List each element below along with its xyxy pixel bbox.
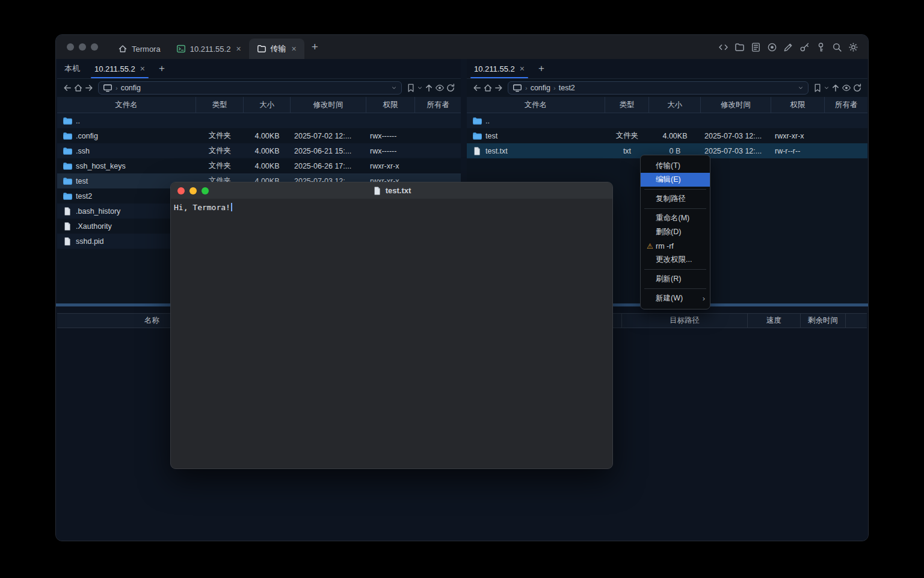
context-menu-item[interactable]: 复制路径 <box>641 192 710 206</box>
column-header[interactable]: 修改时间 <box>291 97 366 113</box>
transfer-column-spacer <box>846 314 867 328</box>
path-segment[interactable]: config <box>531 84 550 92</box>
file-perm-cell: rwxr-xr-x <box>771 132 825 140</box>
editor-content[interactable]: Hi, Termora! <box>171 199 612 468</box>
forward-button[interactable] <box>84 83 94 93</box>
right-panel-toolbar: ›config›test2 <box>467 79 867 97</box>
path-bar[interactable]: ›config <box>98 81 402 95</box>
titlebar: Termora10.211.55.2×传输× + <box>56 35 868 59</box>
bookmark-button[interactable] <box>406 83 416 93</box>
parent-directory-button[interactable] <box>424 83 434 93</box>
path-segment[interactable]: config <box>121 84 141 92</box>
refresh-button[interactable] <box>852 83 862 93</box>
right-panel-tab-bar: 10.211.55.2×+ <box>467 59 867 79</box>
tab-label: 10.211.55.2 <box>190 45 231 54</box>
parent-directory-button[interactable] <box>831 83 840 93</box>
close-icon[interactable]: × <box>292 45 297 53</box>
folder-outline-icon[interactable] <box>735 42 745 52</box>
minimize-window-button[interactable] <box>79 43 86 51</box>
column-header[interactable]: 权限 <box>366 97 415 113</box>
path-dropdown-icon[interactable] <box>798 85 804 91</box>
column-header[interactable]: 类型 <box>196 97 244 113</box>
column-header[interactable]: 文件名 <box>57 97 196 113</box>
panel-tab-本机[interactable]: 本机 <box>57 59 87 78</box>
menu-item-label: rm -rf <box>656 242 710 250</box>
column-header[interactable]: 所有者 <box>415 97 461 113</box>
context-menu-item[interactable]: 传输(T) <box>641 159 710 173</box>
file-name-cell: test.txt <box>467 146 605 156</box>
file-name-cell: ssh_host_keys <box>57 161 196 171</box>
close-icon[interactable]: × <box>236 45 241 53</box>
code-icon[interactable] <box>718 42 728 52</box>
titlebar-actions <box>718 42 858 52</box>
breadcrumb-separator: › <box>553 84 556 92</box>
close-window-button[interactable] <box>67 43 74 51</box>
back-button[interactable] <box>63 83 72 93</box>
transfer-column-header[interactable]: 目标路径 <box>622 314 748 328</box>
context-menu-item[interactable]: ⚠rm -rf <box>641 239 710 253</box>
chevron-down-icon[interactable] <box>824 85 830 91</box>
column-header[interactable]: 大小 <box>244 97 291 113</box>
file-row-..[interactable]: .. <box>57 113 461 128</box>
close-icon[interactable]: × <box>140 64 145 73</box>
file-row-..[interactable]: .. <box>467 113 867 128</box>
pencil-icon[interactable] <box>783 42 793 52</box>
keychain-icon[interactable] <box>816 42 826 52</box>
editor-close-button[interactable] <box>177 187 185 194</box>
log-icon[interactable] <box>751 42 761 52</box>
file-row-ssh_host_keys[interactable]: ssh_host_keys文件夹4.00KB2025-06-26 17:...r… <box>57 158 461 173</box>
show-hidden-files-button[interactable] <box>435 83 445 93</box>
forward-button[interactable] <box>494 83 504 93</box>
context-menu-item[interactable]: 重命名(M) <box>641 211 710 225</box>
chevron-down-icon[interactable] <box>417 85 423 91</box>
editor-titlebar[interactable]: test.txt <box>171 182 612 199</box>
tab-label: 本机 <box>64 63 80 74</box>
column-header[interactable]: 修改时间 <box>701 97 771 113</box>
home-button[interactable] <box>73 83 83 93</box>
context-menu-item[interactable]: 刷新(R) <box>641 272 710 286</box>
main-tab-10.211.55.2[interactable]: 10.211.55.2× <box>168 39 249 59</box>
close-icon[interactable]: × <box>520 64 525 73</box>
new-panel-tab-button[interactable]: + <box>532 59 551 78</box>
new-panel-tab-button[interactable]: + <box>152 59 171 78</box>
path-dropdown-icon[interactable] <box>391 85 397 91</box>
context-menu-item[interactable]: 删除(D) <box>641 225 710 239</box>
new-main-tab-button[interactable]: + <box>304 40 325 54</box>
column-header[interactable]: 大小 <box>649 97 701 113</box>
back-button[interactable] <box>472 83 482 93</box>
transfer-column-header[interactable]: 速度 <box>748 314 801 328</box>
main-tab-Termora[interactable]: Termora <box>110 39 168 59</box>
path-segment[interactable]: test2 <box>559 84 575 92</box>
bookmark-button[interactable] <box>813 83 822 93</box>
key-icon[interactable] <box>799 42 810 52</box>
file-perm-cell: rwxr-xr-x <box>366 162 415 170</box>
path-bar[interactable]: ›config›test2 <box>508 81 808 95</box>
file-mtime-cell: 2025-06-26 17:... <box>291 162 366 170</box>
file-name-cell: .. <box>467 116 605 126</box>
refresh-button[interactable] <box>446 83 455 93</box>
panel-tab-10.211.55.2[interactable]: 10.211.55.2× <box>87 59 152 78</box>
column-header[interactable]: 所有者 <box>825 97 867 113</box>
editor-minimize-button[interactable] <box>189 187 197 194</box>
file-row-.ssh[interactable]: .ssh文件夹4.00KB2025-06-21 15:...rwx------ <box>57 143 461 158</box>
file-row-.config[interactable]: .config文件夹4.00KB2025-07-02 12:...rwx----… <box>57 128 461 143</box>
editor-zoom-button[interactable] <box>202 187 209 194</box>
context-menu-item[interactable]: 更改权限... <box>641 253 710 267</box>
context-menu-item[interactable]: 新建(W)› <box>641 291 710 305</box>
show-hidden-files-button[interactable] <box>842 83 851 93</box>
context-menu-item[interactable]: 编辑(E) <box>641 173 710 187</box>
search-icon[interactable] <box>832 42 842 52</box>
panel-tab-10.211.55.2[interactable]: 10.211.55.2× <box>467 59 532 78</box>
column-header[interactable]: 类型 <box>605 97 649 113</box>
main-tab-传输[interactable]: 传输× <box>249 39 304 59</box>
folder-icon <box>63 191 72 201</box>
record-icon[interactable] <box>767 42 777 52</box>
column-header[interactable]: 权限 <box>771 97 825 113</box>
breadcrumb-separator: › <box>116 84 118 92</box>
home-button[interactable] <box>483 83 493 93</box>
settings-icon[interactable] <box>848 42 858 52</box>
zoom-window-button[interactable] <box>91 43 98 51</box>
column-header[interactable]: 文件名 <box>467 97 605 113</box>
transfer-column-header[interactable]: 剩余时间 <box>801 314 846 328</box>
file-row-test[interactable]: test文件夹4.00KB2025-07-03 12:...rwxr-xr-x <box>467 128 867 143</box>
